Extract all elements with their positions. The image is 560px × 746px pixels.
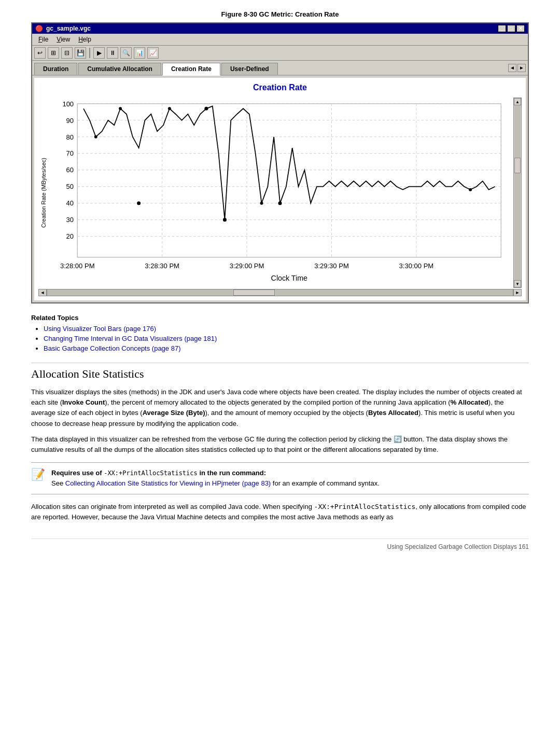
vscroll-up-btn[interactable]: ▲ [514,98,521,105]
toolbar-paste-btn[interactable]: ⊟ [61,47,73,59]
menubar: File View Help [32,34,528,46]
body-paragraph-2: The data displayed in this visualizer ca… [31,434,529,455]
hscroll-right-btn[interactable]: ► [513,289,522,296]
svg-text:100: 100 [62,100,74,108]
chart-title: Creation Rate [38,83,522,92]
toolbar-pause-btn[interactable]: ⏸ [107,47,118,59]
chart-plot: 100 90 80 70 60 50 40 30 20 3:28:00 PM 3… [47,98,513,288]
svg-text:3:29:30 PM: 3:29:30 PM [314,262,349,270]
related-topics-list: Using Visualizer Tool Bars (page 176) Ch… [31,325,529,352]
note-requires-text: Requires use of [51,469,102,477]
note-command: -XX:+PrintAllocStatistics [104,469,198,477]
vscroll-thumb[interactable] [514,158,521,173]
svg-text:Clock Time: Clock Time [271,274,307,282]
note-link[interactable]: Collecting Allocation Site Statistics fo… [65,479,271,487]
tab-user-defined[interactable]: User-Defined [221,63,278,75]
list-item: Basic Garbage Collection Concepts (page … [44,344,529,352]
menu-help[interactable]: Help [74,35,95,44]
chart-hscrollbar: ◄ ► [38,289,522,296]
window-controls[interactable]: _ □ ✕ [498,25,525,32]
chart-vscrollbar[interactable]: ▲ ▼ [513,98,522,288]
hscroll-track [47,289,513,296]
chart-svg: 100 90 80 70 60 50 40 30 20 3:28:00 PM 3… [47,98,513,288]
vscroll-down-btn[interactable]: ▼ [514,280,521,287]
menu-file[interactable]: File [34,35,52,44]
toolbar: ↩ ⊞ ⊟ 💾 ▶ ⏸ 🔍 📊 📈 [32,46,528,61]
note-title-line: Requires use of -XX:+PrintAllocStatistic… [51,468,380,478]
gc-window: 🔴 gc_sample.vgc _ □ ✕ File View Help ↩ ⊞… [31,22,529,303]
toolbar-search-btn[interactable]: 🔍 [120,47,132,59]
note-content: Requires use of -XX:+PrintAllocStatistic… [51,468,380,489]
svg-point-32 [94,135,97,139]
toolbar-undo-btn[interactable]: ↩ [34,47,46,59]
minimize-button[interactable]: _ [498,25,506,32]
svg-point-35 [137,201,141,205]
section-heading: Allocation Site Statistics [31,363,529,381]
svg-text:3:30:00 PM: 3:30:00 PM [399,262,434,270]
related-link-3[interactable]: Basic Garbage Collection Concepts (page … [44,344,180,352]
svg-text:90: 90 [66,117,74,125]
tab-creation-rate[interactable]: Creation Rate [162,63,220,76]
list-item: Changing Time Interval in GC Data Visual… [44,335,529,342]
note-box: 📝 Requires use of -XX:+PrintAllocStatist… [31,462,529,494]
titlebar-left: 🔴 gc_sample.vgc [35,25,91,32]
note-icon: 📝 [31,468,45,489]
svg-text:20: 20 [66,232,74,240]
svg-rect-0 [77,104,501,257]
toolbar-play-btn[interactable]: ▶ [93,47,105,59]
toolbar-copy-btn[interactable]: ⊞ [48,47,59,59]
toolbar-sep1 [89,48,90,58]
footer-text: Using Specialized Garbage Collection Dis… [387,543,529,550]
toolbar-chart1-btn[interactable]: 📊 [134,47,145,59]
svg-text:50: 50 [66,183,74,190]
chart-area: Creation Rate (MBytes/sec) [38,98,522,288]
window-titlebar: 🔴 gc_sample.vgc _ □ ✕ [32,23,528,34]
maximize-button[interactable]: □ [507,25,515,32]
related-topics-title: Related Topics [31,314,529,322]
svg-text:3:29:00 PM: 3:29:00 PM [230,262,264,270]
related-link-1[interactable]: Using Visualizer Tool Bars (page 176) [44,325,156,333]
tab-bar: Duration Cumulative Allocation Creation … [32,61,528,76]
svg-point-39 [469,188,472,191]
related-topics: Related Topics Using Visualizer Tool Bar… [31,314,529,352]
tab-duration[interactable]: Duration [34,63,77,75]
toolbar-chart2-btn[interactable]: 📈 [147,47,159,59]
svg-point-31 [204,107,208,110]
note-body: See Collecting Allocation Site Statistic… [51,478,380,489]
hscroll-thumb[interactable] [233,289,275,296]
svg-text:3:28:30 PM: 3:28:30 PM [145,262,179,270]
svg-point-37 [278,201,282,205]
window-title: gc_sample.vgc [46,25,91,32]
body-paragraph-1: This visualizer displays the sites (meth… [31,387,529,429]
close-button[interactable]: ✕ [516,25,525,32]
svg-point-33 [119,107,122,110]
svg-text:30: 30 [66,216,74,224]
svg-text:70: 70 [66,149,74,157]
svg-point-38 [260,202,263,205]
tab-nav: ◄ ► [508,63,526,75]
tab-next-btn[interactable]: ► [517,64,526,72]
svg-text:40: 40 [66,199,74,207]
chart-container: Creation Rate Creation Rate (MBytes/sec) [34,78,526,300]
page-footer: Using Specialized Garbage Collection Dis… [31,538,529,550]
figure-caption: Figure 8-30 GC Metric: Creation Rate [31,10,529,18]
svg-text:60: 60 [66,166,74,174]
svg-text:3:28:00 PM: 3:28:00 PM [60,262,95,270]
vscroll-track [514,105,521,280]
list-item: Using Visualizer Tool Bars (page 176) [44,325,529,333]
svg-text:80: 80 [66,133,74,141]
menu-view[interactable]: View [52,35,74,44]
body-paragraph-final: Allocation sites can originate from inte… [31,502,529,522]
hscroll-left-btn[interactable]: ◄ [38,289,47,296]
window-icon: 🔴 [35,25,43,32]
tab-prev-btn[interactable]: ◄ [508,64,516,72]
svg-point-34 [168,107,171,110]
related-link-2[interactable]: Changing Time Interval in GC Data Visual… [44,335,217,342]
svg-point-36 [223,218,227,222]
y-axis-label: Creation Rate (MBytes/sec) [38,98,47,288]
note-title-suffix: in the run command: [199,469,266,477]
tab-cumulative-allocation[interactable]: Cumulative Allocation [78,63,161,75]
toolbar-save-btn[interactable]: 💾 [75,47,86,59]
